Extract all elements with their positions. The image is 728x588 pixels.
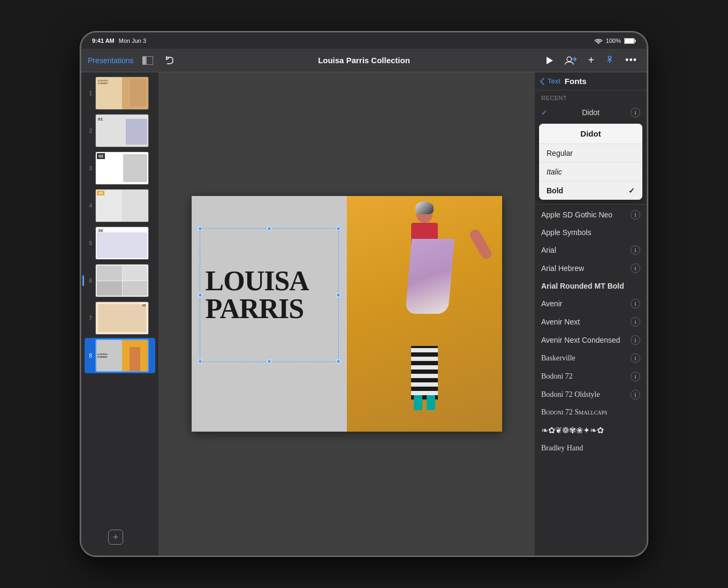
status-bar: 9:41 AM Mon Jun 3 100% [81, 33, 647, 49]
svg-rect-4 [146, 56, 153, 65]
wifi-icon [594, 37, 603, 44]
slide-thumb-5[interactable]: 5 04 [85, 225, 155, 261]
slide-thumb-2[interactable]: 2 01 [85, 113, 155, 148]
font-name-apple-symbols: Apple Symbols [541, 228, 591, 237]
font-item-arial-hebrew[interactable]: Arial Hebrew ℹ [535, 259, 647, 277]
handle-br[interactable] [336, 359, 340, 364]
dropdown-item-regular[interactable]: Regular [539, 144, 642, 163]
font-item-arial-rounded[interactable]: Arial Rounded MT Bold [535, 277, 647, 295]
more-button[interactable]: ••• [622, 52, 640, 68]
font-name-bodoni-72: Bodoni 72 [541, 372, 573, 381]
slide-thumb-1[interactable]: 1 LOUISAPARRIS [85, 76, 155, 111]
font-info-avenir-next-button[interactable]: ℹ [631, 317, 640, 327]
slide-image-8: LOUISAPARRIS [95, 339, 149, 372]
collaborate-button[interactable] [561, 53, 580, 68]
handle-bl[interactable] [198, 359, 202, 364]
add-button[interactable]: + [585, 52, 597, 69]
slide-image-5: 04 [95, 227, 149, 260]
handle-tl[interactable] [198, 227, 202, 231]
slide-thumb-8[interactable]: 8 LOUISAPARRIS [85, 338, 155, 373]
back-presentations-button[interactable]: Presentations [88, 56, 134, 65]
recent-font-name: Didot [582, 108, 600, 117]
font-info-didot-button[interactable]: ℹ [631, 108, 640, 117]
font-item-bodoni-oldstyle[interactable]: Bodoni 72 Oldstyle ℹ [535, 386, 647, 404]
bold-label: Bold [547, 186, 563, 195]
panel-toggle-button[interactable] [139, 54, 156, 67]
handle-mr[interactable] [336, 293, 340, 297]
font-name-bodoni-smallcaps: Bodoni 72 Smallcaps [541, 408, 608, 417]
font-info-avenir-button[interactable]: ℹ [631, 299, 640, 308]
svg-point-6 [567, 57, 572, 62]
main-area: 1 LOUISAPARRIS 2 01 3 02 [81, 72, 647, 555]
font-item-bradley-hand[interactable]: Bradley Hand [535, 440, 647, 457]
text-selection-box[interactable]: LOUISA PARRIS [200, 228, 339, 362]
font-name-apple-sd: Apple SD Gothic Neo [541, 210, 612, 219]
didot-font-dropdown: Didot Regular Italic Bold ✓ [539, 124, 642, 200]
slide-num-7: 7 [86, 315, 92, 321]
font-name-bodoni-oldstyle: Bodoni 72 Oldstyle [541, 390, 600, 399]
play-button[interactable] [542, 54, 557, 67]
slide-num-1: 1 [86, 91, 92, 96]
font-item-baskerville[interactable]: Baskerville ℹ [535, 349, 647, 367]
font-name-arial-rounded: Arial Rounded MT Bold [541, 282, 624, 290]
ipad-frame: 9:41 AM Mon Jun 3 100% Presentations [80, 32, 648, 556]
font-info-baskerville-button[interactable]: ℹ [631, 353, 640, 363]
font-info-arial-hebrew-button[interactable]: ℹ [631, 263, 640, 273]
slide-image-3: 02 [95, 152, 149, 185]
add-slide-button[interactable]: + [108, 530, 123, 545]
slide-canvas: LOUISA PARRIS [192, 196, 502, 432]
play-icon [545, 56, 553, 65]
slide-thumb-3[interactable]: 3 02 [85, 150, 155, 186]
font-info-avenir-condensed-button[interactable]: ℹ [631, 335, 640, 345]
font-name-avenir: Avenir [541, 299, 562, 308]
toolbar: Presentations Louisa Parris Collection [81, 49, 647, 72]
dropdown-item-italic[interactable]: Italic [539, 163, 642, 182]
undo-button[interactable] [162, 54, 178, 67]
divider-1 [535, 204, 647, 205]
font-name-baskerville: Baskerville [541, 354, 575, 363]
recent-label: RECENT [535, 91, 647, 103]
dropdown-title: Didot [539, 124, 642, 144]
font-item-dingbats[interactable]: ❧✿❦❁✾❀✦❧✿ [535, 421, 647, 440]
status-date: Mon Jun 3 [119, 37, 146, 44]
bold-check-icon: ✓ [628, 186, 635, 195]
slide-title-line1: LOUISA [206, 267, 309, 295]
share-button[interactable] [602, 53, 618, 68]
handle-bc[interactable] [267, 359, 271, 364]
font-list: RECENT ✓ Didot ℹ Didot Regular Italic [535, 91, 647, 555]
font-item-bodoni-smallcaps[interactable]: Bodoni 72 Smallcaps [535, 404, 647, 421]
dropdown-item-bold[interactable]: Bold ✓ [539, 182, 642, 200]
panel-fonts-title: Fonts [565, 77, 587, 86]
panel-back-button[interactable]: Text [540, 77, 560, 85]
font-item-apple-sd-gothic[interactable]: Apple SD Gothic Neo ℹ [535, 206, 647, 224]
font-info-bodoni-72-button[interactable]: ℹ [631, 372, 640, 381]
slide-panel: 1 LOUISAPARRIS 2 01 3 02 [81, 72, 159, 555]
font-info-arial-button[interactable]: ℹ [631, 245, 640, 255]
font-item-avenir[interactable]: Avenir ℹ [535, 295, 647, 313]
home-indicator [81, 555, 647, 556]
slide-thumb-4[interactable]: 4 03 [85, 188, 155, 223]
font-item-apple-symbols[interactable]: Apple Symbols [535, 224, 647, 241]
font-item-avenir-next[interactable]: Avenir Next ℹ [535, 313, 647, 331]
handle-tr[interactable] [336, 227, 340, 231]
handle-tc[interactable] [267, 227, 271, 231]
slide-image-6 [95, 264, 149, 297]
collaborate-icon [564, 55, 577, 66]
slide-thumb-6[interactable]: 6 [85, 263, 155, 298]
slide-image-1: LOUISAPARRIS [95, 77, 149, 110]
font-info-apple-sd-button[interactable]: ℹ [631, 210, 640, 220]
slide-image-2: 01 [95, 114, 149, 147]
font-item-arial[interactable]: Arial ℹ [535, 241, 647, 259]
slide-image-4: 03 [95, 189, 149, 222]
slide-bg-right [347, 196, 502, 432]
handle-ml[interactable] [198, 293, 202, 297]
chevron-left-icon [540, 78, 544, 85]
font-item-avenir-condensed[interactable]: Avenir Next Condensed ℹ [535, 331, 647, 349]
share-icon [605, 55, 615, 66]
font-item-bodoni-72[interactable]: Bodoni 72 ℹ [535, 367, 647, 386]
font-name-avenir-condensed: Avenir Next Condensed [541, 336, 620, 344]
slide-thumb-7[interactable]: 7 05 [85, 300, 155, 336]
recent-font-didot[interactable]: ✓ Didot ℹ [535, 103, 647, 122]
canvas-area[interactable]: LOUISA PARRIS [159, 72, 534, 555]
font-info-bodoni-oldstyle-button[interactable]: ℹ [631, 390, 640, 399]
